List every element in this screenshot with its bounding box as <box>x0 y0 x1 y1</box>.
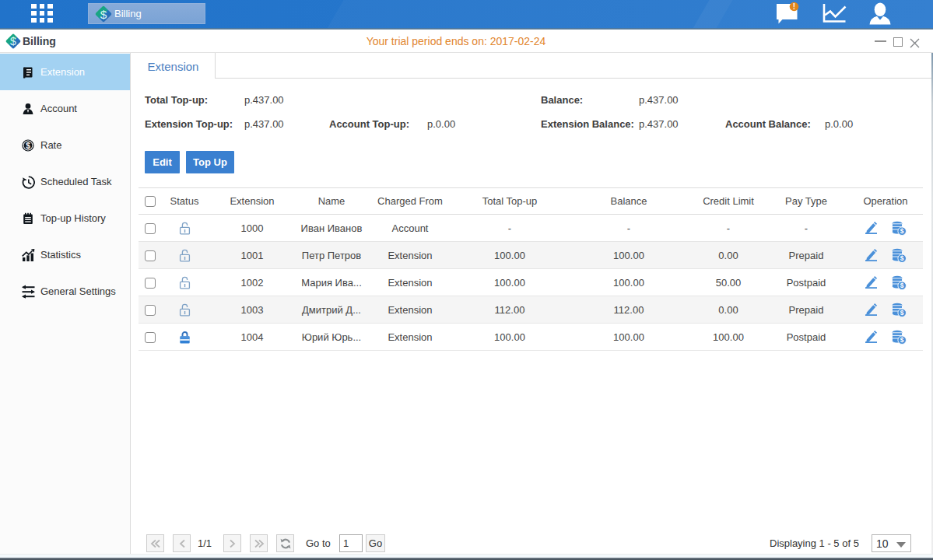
svg-text:$: $ <box>100 8 107 21</box>
svg-text:!: ! <box>793 2 795 11</box>
svg-text:$: $ <box>26 142 30 150</box>
